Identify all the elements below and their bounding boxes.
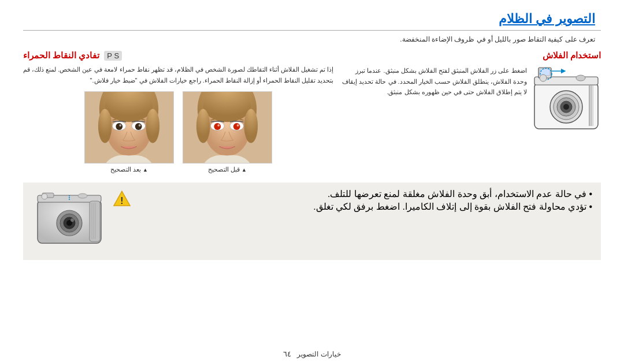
svg-point-19 bbox=[196, 109, 210, 143]
photo-before-caption: قبل التصحيح bbox=[208, 166, 246, 173]
redeye-icons: P S bbox=[104, 51, 122, 61]
warning-bullet-2: • تؤدي محاولة فتح الفلاش بقوة إلى إتلاف … bbox=[137, 201, 592, 212]
flash-body-text: اضغط على زر الفلاش المنبثق لفتح الفلاش ب… bbox=[342, 65, 527, 98]
divider bbox=[23, 30, 601, 31]
photo-after-caption: بعد التصحيح bbox=[110, 166, 147, 173]
svg-point-14 bbox=[540, 75, 547, 81]
redeye-section: P S تفادي النقاط الحمراء إذا تم تشغيل ال… bbox=[23, 50, 333, 177]
svg-point-49 bbox=[70, 218, 74, 222]
svg-point-22 bbox=[214, 123, 221, 130]
svg-point-35 bbox=[119, 124, 121, 127]
warning-text-area: • في حالة عدم الاستخدام، أبق وحدة الفلاش… bbox=[137, 188, 592, 212]
flash-section: استخدام الفلاش bbox=[342, 50, 601, 177]
svg-text:!: ! bbox=[120, 196, 123, 206]
svg-point-51 bbox=[78, 194, 87, 198]
flash-title: استخدام الفلاش bbox=[342, 50, 601, 61]
svg-point-37 bbox=[135, 123, 142, 130]
page-title: التصوير في الظلام bbox=[23, 12, 601, 27]
main-content-row: استخدام الفلاش bbox=[23, 50, 601, 177]
footer-label: خيارات التصوير bbox=[297, 350, 340, 358]
svg-point-31 bbox=[98, 109, 112, 143]
warning-icon: ! bbox=[113, 190, 131, 208]
svg-rect-52 bbox=[90, 201, 100, 242]
redeye-title: تفادي النقاط الحمراء bbox=[23, 50, 99, 61]
camera-bottom-illustration bbox=[32, 188, 107, 254]
photo-after bbox=[84, 91, 174, 164]
warning-box: • في حالة عدم الاستخدام، أبق وحدة الفلاش… bbox=[23, 183, 601, 260]
camera-side-illustration bbox=[532, 65, 601, 143]
photos-comparison-row: قبل التصحيح bbox=[23, 91, 333, 173]
svg-point-32 bbox=[146, 109, 160, 143]
page-footer: خيارات التصوير ٦٤ bbox=[23, 350, 601, 358]
svg-point-34 bbox=[116, 123, 123, 130]
page-subtitle: تعرف على كيفية التقاط صور بالليل أو في ظ… bbox=[23, 35, 601, 43]
svg-point-50 bbox=[42, 194, 47, 199]
svg-point-26 bbox=[237, 124, 239, 127]
page-container: التصوير في الظلام تعرف على كيفية التقاط … bbox=[0, 0, 624, 364]
svg-point-38 bbox=[139, 124, 141, 127]
svg-point-25 bbox=[233, 123, 240, 130]
redeye-body-text: إذا تم تشغيل الفلاش أثناء التقاطك لصورة … bbox=[23, 64, 333, 86]
svg-point-23 bbox=[217, 124, 220, 127]
page-number: ٦٤ bbox=[283, 350, 291, 358]
photo-before bbox=[183, 91, 272, 164]
warning-bullet-1: • في حالة عدم الاستخدام، أبق وحدة الفلاش… bbox=[137, 188, 592, 199]
svg-rect-3 bbox=[540, 69, 550, 76]
bullet-icon-2: • bbox=[586, 202, 592, 211]
bullet-icon-1: • bbox=[586, 189, 592, 199]
svg-point-20 bbox=[244, 109, 258, 143]
svg-point-13 bbox=[576, 75, 585, 81]
photo-after-box: بعد التصحيح bbox=[84, 91, 174, 173]
photo-before-box: قبل التصحيح bbox=[183, 91, 272, 173]
svg-point-9 bbox=[563, 104, 569, 110]
